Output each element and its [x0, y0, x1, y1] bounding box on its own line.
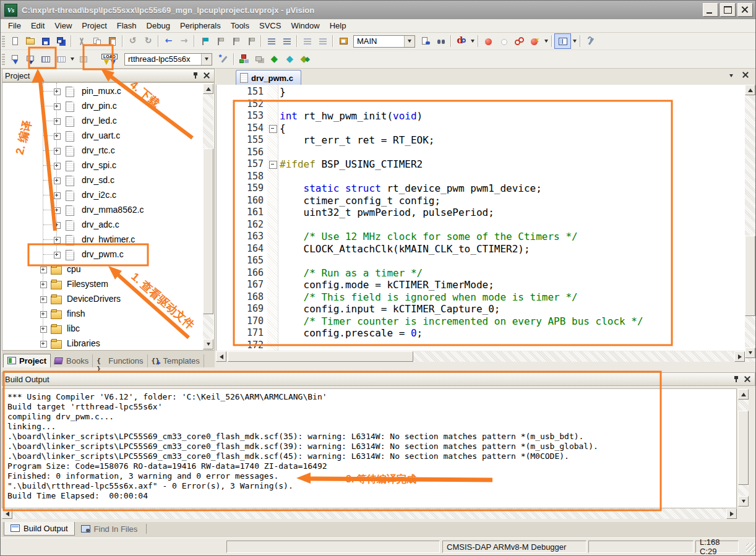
scrollbar-thumb[interactable] — [203, 148, 213, 314]
scroll-up-button[interactable] — [203, 83, 213, 94]
expand-icon[interactable] — [40, 311, 47, 318]
navigate-forward-button[interactable] — [176, 34, 192, 48]
cut-button[interactable] — [74, 34, 89, 48]
save-button[interactable] — [38, 34, 53, 48]
prev-bookmark-button[interactable] — [212, 34, 228, 48]
tree-file-drv_spi-c[interactable]: drv_spi.c — [2, 158, 214, 173]
tree-group-filesystem[interactable]: Filesystem — [2, 277, 214, 292]
find-in-files-button[interactable] — [418, 34, 433, 48]
close-panel-icon[interactable] — [202, 71, 212, 80]
code-line-151[interactable]: 151} — [217, 86, 745, 98]
manage-rte-button[interactable] — [236, 52, 252, 66]
expand-icon[interactable] — [54, 177, 61, 184]
target-options-button[interactable] — [216, 52, 231, 66]
tree-file-drv_adc-c[interactable]: drv_adc.c — [2, 218, 214, 233]
expand-icon[interactable] — [54, 118, 61, 125]
menu-help[interactable]: Help — [325, 20, 351, 32]
search-combobox[interactable]: MAIN — [353, 35, 415, 48]
code-line-152[interactable]: 152 — [217, 98, 745, 111]
scroll-down-button[interactable] — [745, 348, 755, 358]
scroll-left-button[interactable] — [2, 508, 12, 519]
kill-breakpoints-dropdown[interactable] — [543, 34, 549, 48]
tree-group-cpu[interactable]: cpu — [2, 262, 214, 277]
code-line-172[interactable]: 172 — [217, 340, 745, 351]
manage-components-button[interactable] — [298, 52, 314, 66]
comment-selection-button[interactable] — [299, 34, 315, 48]
expand-icon[interactable] — [40, 281, 47, 288]
tree-file-drv_mma8562-c[interactable]: drv_mma8562.c — [2, 203, 214, 218]
configure-find-button[interactable] — [335, 34, 351, 48]
tree-file-pin_mux-c[interactable]: pin_mux.c — [2, 84, 214, 99]
window-layout-dropdown[interactable] — [571, 34, 578, 48]
minimize-button[interactable] — [703, 3, 718, 17]
tree-file-drv_pwm-c[interactable]: drv_pwm.c — [2, 247, 214, 262]
expand-icon[interactable] — [40, 296, 47, 303]
menu-view[interactable]: View — [49, 20, 77, 32]
tree-group-libraries[interactable]: Libraries — [2, 336, 214, 351]
code-line-157[interactable]: 157#ifdef BSP_USING_CTIMER2 — [217, 158, 745, 171]
search-dropdown[interactable] — [404, 36, 415, 47]
pin-icon[interactable] — [191, 71, 200, 80]
stop-build-button[interactable] — [75, 52, 91, 66]
code-line-163[interactable]: 163 /* Use 12 MHz clock for some of the … — [217, 231, 745, 243]
scrollbar-thumb[interactable] — [745, 236, 755, 316]
tree-file-drv_led-c[interactable]: drv_led.c — [2, 114, 214, 129]
expand-icon[interactable] — [54, 237, 61, 244]
scroll-down-button[interactable] — [738, 496, 749, 507]
scrollbar-thumb[interactable] — [738, 411, 749, 485]
expand-icon[interactable] — [54, 192, 61, 199]
menu-tools[interactable]: Tools — [226, 20, 254, 32]
code-line-156[interactable]: 156 — [217, 147, 745, 159]
clear-bookmarks-button[interactable] — [243, 34, 259, 48]
tab-templates[interactable]: Templates — [148, 354, 204, 367]
tab-find-in-files[interactable]: Find In Files — [75, 522, 144, 536]
tree-file-drv_hwtimer-c[interactable]: drv_hwtimer.c — [2, 233, 214, 247]
code-line-154[interactable]: 154{ — [217, 122, 745, 135]
next-bookmark-button[interactable] — [228, 34, 243, 48]
function-editor-button[interactable] — [283, 52, 298, 66]
code-line-158[interactable]: 158 — [217, 171, 745, 183]
disable-breakpoint-button[interactable] — [496, 34, 512, 48]
build-button[interactable] — [22, 52, 38, 66]
redo-button[interactable] — [140, 34, 156, 48]
expand-icon[interactable] — [40, 267, 47, 273]
flash-configure-button[interactable] — [252, 52, 267, 66]
expand-icon[interactable] — [40, 341, 47, 348]
code-editor[interactable]: 151}152153int rt_hw_pwm_init(void)154{15… — [216, 85, 745, 351]
menu-debug[interactable]: Debug — [142, 20, 175, 32]
tab-build-output[interactable]: Build Output — [4, 522, 75, 536]
code-line-162[interactable]: 162 — [217, 219, 745, 231]
code-line-166[interactable]: 166 /* Run as a timer */ — [217, 267, 745, 280]
menu-project[interactable]: Project — [77, 20, 111, 32]
tree-group-devicedrivers[interactable]: DeviceDrivers — [2, 292, 214, 307]
fold-collapse-icon[interactable] — [269, 125, 277, 133]
expand-icon[interactable] — [54, 148, 61, 155]
expand-icon[interactable] — [54, 133, 61, 140]
new-file-button[interactable] — [7, 34, 22, 48]
scroll-right-button[interactable] — [726, 508, 737, 519]
code-line-169[interactable]: 169 config.input = kCTIMER_Capture_0; — [217, 303, 745, 315]
toolbar-grip[interactable] — [2, 54, 5, 65]
code-line-168[interactable]: 168 /* This field is ignored when mode i… — [217, 291, 745, 304]
rebuild-button[interactable] — [38, 52, 53, 66]
insert-breakpoint-button[interactable] — [481, 34, 496, 48]
target-dropdown[interactable] — [201, 54, 212, 65]
tab-project[interactable]: Project — [3, 354, 51, 367]
expand-icon[interactable] — [54, 88, 61, 95]
menu-peripherals[interactable]: Peripherals — [175, 20, 226, 32]
paste-button[interactable] — [105, 34, 120, 48]
close-button[interactable] — [737, 3, 753, 17]
code-line-155[interactable]: 155 rt_err_t ret = RT_EOK; — [217, 134, 745, 147]
save-all-button[interactable] — [53, 34, 69, 48]
fold-collapse-icon[interactable] — [269, 161, 277, 169]
indent-right-button[interactable] — [264, 34, 279, 48]
scroll-up-button[interactable] — [745, 85, 755, 95]
code-line-153[interactable]: 153int rt_hw_pwm_init(void) — [217, 110, 745, 122]
code-line-161[interactable]: 161 uint32_t pwmPeriod, pulsePeriod; — [217, 207, 745, 219]
toolbar-grip[interactable] — [2, 36, 5, 47]
build-hscrollbar[interactable] — [2, 508, 737, 519]
incremental-find-button[interactable] — [433, 34, 449, 48]
expand-icon[interactable] — [54, 103, 61, 110]
build-output-log[interactable]: *** Using Compiler 'V6.12', folder: 'C:\… — [2, 388, 737, 508]
download-button[interactable]: LOAD — [98, 51, 121, 67]
